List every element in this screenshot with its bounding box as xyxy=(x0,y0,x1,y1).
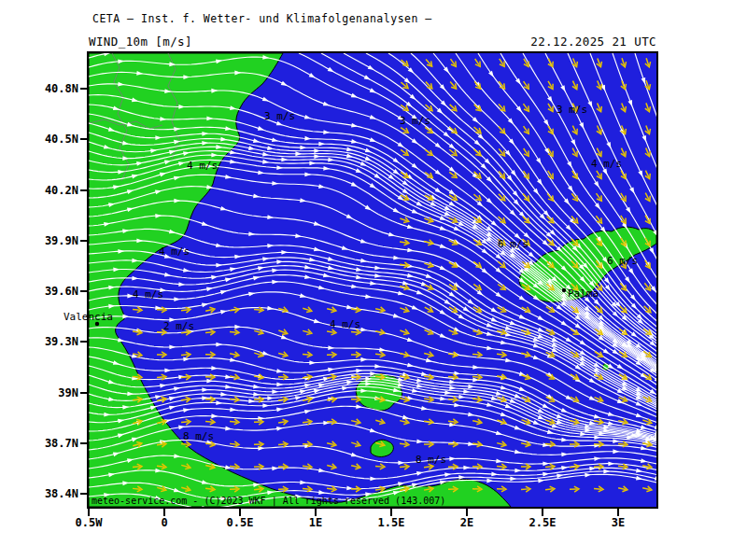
city-label: Palma xyxy=(568,287,599,300)
y-axis-tick xyxy=(80,240,88,242)
wind-speed-label: 4 m/s xyxy=(159,245,190,258)
x-axis-tick xyxy=(239,509,241,516)
y-axis-label: 39.9N xyxy=(34,234,78,247)
x-axis-label: 2E xyxy=(441,516,493,529)
wind-speed-label: 8 m/s xyxy=(183,430,214,442)
y-axis-tick xyxy=(80,493,88,495)
city-dot-palma xyxy=(562,288,566,292)
x-axis-tick xyxy=(315,509,317,516)
y-axis-tick xyxy=(80,392,88,394)
wind-speed-label: 3 m/s xyxy=(264,110,295,122)
x-axis-label: 3E xyxy=(592,516,644,529)
y-axis-tick xyxy=(80,189,88,191)
map-frame: 3 m/s3 m/s3 m/s4 m/s4 m/s6 m/s6 m/s4 m/s… xyxy=(89,53,656,507)
y-axis-label: 40.5N xyxy=(34,133,78,146)
x-axis-tick xyxy=(617,509,619,516)
y-axis-tick xyxy=(80,138,88,140)
y-axis-tick xyxy=(80,88,88,90)
y-axis-tick xyxy=(80,290,88,292)
y-axis-label: 39N xyxy=(34,386,78,399)
wind-speed-label: 2 m/s xyxy=(163,320,194,332)
weather-map-page: CETA — Inst. f. Wetter- und Klimafolgena… xyxy=(0,0,747,560)
y-axis-label: 38.7N xyxy=(34,437,78,450)
x-axis-tick xyxy=(163,509,165,516)
y-axis-label: 39.3N xyxy=(34,335,78,348)
wind-map: 3 m/s3 m/s3 m/s4 m/s4 m/s6 m/s6 m/s4 m/s… xyxy=(89,53,656,507)
x-axis-tick xyxy=(88,509,90,516)
y-axis-label: 39.6N xyxy=(34,285,78,298)
wind-speed-label: 4 m/s xyxy=(133,288,163,301)
variable-label: WIND_10m [m/s] xyxy=(89,35,192,49)
wind-speed-label: 6 m/s xyxy=(498,238,529,250)
wind-speed-label: 3 m/s xyxy=(557,104,587,116)
y-axis-tick xyxy=(80,341,88,343)
y-axis-label: 40.8N xyxy=(34,82,78,95)
wind-speed-label: 8 m/s xyxy=(416,454,446,466)
institute-title: CETA — Inst. f. Wetter- und Klimafolgena… xyxy=(92,12,432,25)
y-axis-label: 38.4N xyxy=(34,487,78,500)
wind-speed-label: 4 m/s xyxy=(187,160,218,172)
wind-speed-label: 4 m/s xyxy=(330,318,360,330)
x-axis-label: 0 xyxy=(138,516,190,529)
copyright-text: meteo-service.com - (C)2023 WKF | All ri… xyxy=(92,496,445,507)
x-axis-tick xyxy=(542,509,543,516)
wind-speed-label: 6 m/s xyxy=(607,255,638,267)
datetime-label: 22.12.2025 21 UTC xyxy=(530,35,656,49)
x-axis-label: 2.5E xyxy=(516,516,569,529)
x-axis-label: 0.5E xyxy=(214,516,266,529)
y-axis-label: 40.2N xyxy=(34,184,78,197)
wind-speed-label: 4 m/s xyxy=(591,158,622,170)
x-axis-tick xyxy=(466,509,468,516)
y-axis-tick xyxy=(80,442,88,444)
wind-speed-label: 3 m/s xyxy=(400,115,430,127)
x-axis-tick xyxy=(390,509,392,516)
city-label: Valencia xyxy=(63,311,113,323)
x-axis-label: 1.5E xyxy=(365,516,417,529)
x-axis-label: 1E xyxy=(289,516,342,529)
x-axis-label: 0.5W xyxy=(63,516,115,529)
